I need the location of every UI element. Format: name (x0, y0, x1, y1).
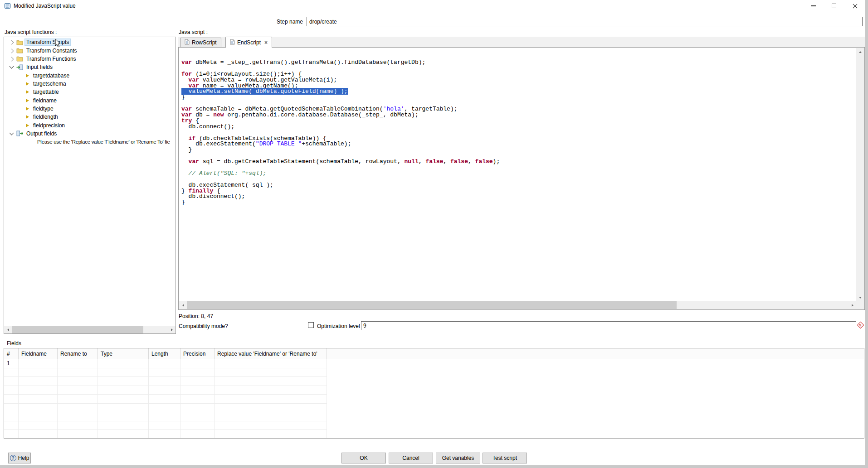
tree-item-output-fields[interactable]: Output fields (4, 130, 176, 138)
tree-item-targettable[interactable]: targettable (4, 88, 176, 96)
editor-vscrollbar[interactable] (856, 48, 864, 301)
maximize-button[interactable] (824, 0, 844, 12)
input-fields-icon (16, 64, 23, 70)
chevron-right-icon[interactable] (10, 40, 14, 44)
output-fields-icon (16, 130, 23, 136)
tree-item-please-use-the-replace-value-f[interactable]: Please use the 'Replace value 'Fieldname… (4, 138, 176, 146)
scrollbar-corner (856, 301, 864, 309)
tree-item-label: targettable (32, 89, 60, 95)
compatibility-checkbox[interactable] (308, 322, 314, 328)
folder-icon (16, 48, 23, 53)
tab-label: EndScript (237, 39, 261, 46)
table-row[interactable]: 1 (4, 359, 327, 368)
column-header-0[interactable]: # (4, 348, 19, 359)
tree-hscrollbar-thumb[interactable] (12, 326, 143, 333)
column-header-3[interactable]: Type (98, 348, 149, 359)
code-line[interactable]: var db = new org.pentaho.di.core.databas… (181, 112, 856, 118)
table-row[interactable] (4, 430, 327, 439)
functions-tree[interactable]: Transform ScriptsTransform ConstantsTran… (4, 37, 176, 334)
compatibility-label: Compatibility mode? (179, 323, 228, 329)
folder-icon (16, 39, 23, 45)
column-header-6[interactable]: Replace value 'Fieldname' or 'Rename to' (215, 348, 327, 359)
code-line[interactable]: try { (181, 118, 856, 124)
code-line[interactable]: // Alert("SQL: "+sql); (181, 171, 856, 177)
tree-item-label: fieldname (32, 97, 58, 104)
script-icon (230, 39, 235, 46)
code-line[interactable]: var sql = db.getCreateTableStatement(sch… (181, 159, 856, 165)
tree-item-fieldprecision[interactable]: fieldprecision (4, 121, 176, 129)
code-editor-text[interactable]: var dbMeta = _step_.getTrans().getTransM… (179, 48, 856, 301)
scroll-left-icon[interactable] (179, 301, 187, 309)
code-line[interactable] (181, 165, 856, 171)
optimization-input[interactable] (361, 321, 856, 330)
tree-item-label: fieldprecision (32, 122, 66, 129)
field-icon (26, 99, 29, 102)
tree-item-label: Transform Functions (25, 56, 78, 62)
column-header-1[interactable]: Fieldname (19, 348, 58, 359)
code-line[interactable]: } finally { (181, 188, 856, 194)
code-line[interactable]: valueMeta.setName( dbMeta.quoteField(nam… (181, 89, 856, 95)
code-line[interactable]: } (181, 147, 856, 153)
ok-button[interactable]: OK (341, 453, 386, 463)
cancel-button[interactable]: Cancel (389, 453, 433, 463)
tree-item-transform-functions[interactable]: Transform Functions (4, 55, 176, 63)
code-line[interactable]: var dbMeta = _step_.getTrans().getTransM… (181, 60, 856, 66)
column-header-2[interactable]: Rename to (58, 348, 98, 359)
scroll-down-icon[interactable] (856, 294, 864, 301)
chevron-right-icon[interactable] (10, 48, 14, 53)
tree-item-fieldtype[interactable]: fieldtype (4, 105, 176, 113)
minimize-button[interactable] (803, 0, 824, 12)
step-name-input[interactable] (307, 17, 863, 26)
table-row[interactable] (4, 368, 327, 377)
tree-item-input-fields[interactable]: Input fields (4, 63, 176, 71)
tree-item-targetdatabase[interactable]: targetdatabase (4, 71, 176, 79)
close-button[interactable] (844, 0, 865, 12)
table-row[interactable] (4, 404, 327, 413)
code-line[interactable]: db.connect(); (181, 124, 856, 130)
table-row[interactable] (4, 421, 327, 430)
table-row[interactable] (4, 386, 327, 395)
scroll-right-icon[interactable] (848, 301, 856, 309)
step-name-label: Step name (250, 19, 303, 25)
tree-item-label: Please use the 'Replace value 'Fieldname… (36, 139, 171, 145)
tree-hscrollbar[interactable] (4, 326, 176, 333)
column-header-4[interactable]: Length (149, 348, 180, 359)
code-line[interactable]: } (181, 200, 856, 206)
scroll-right-icon[interactable] (168, 326, 176, 333)
field-icon (26, 124, 29, 127)
field-icon (26, 74, 29, 77)
scroll-up-icon[interactable] (856, 48, 864, 56)
chevron-down-icon[interactable] (10, 131, 14, 136)
test-script-button[interactable]: Test script (483, 453, 527, 463)
get-variables-button[interactable]: Get variables (436, 453, 480, 463)
tree-item-fieldname[interactable]: fieldname (4, 96, 176, 104)
tree-item-targetschema[interactable]: targetschema (4, 80, 176, 88)
chevron-right-icon[interactable] (10, 57, 14, 61)
code-line[interactable]: db.execStatement( sql ); (181, 183, 856, 188)
code-line[interactable]: } (181, 95, 856, 101)
close-icon (852, 3, 858, 9)
code-line[interactable]: db.disconnect(); (181, 194, 856, 200)
tree-item-transform-constants[interactable]: Transform Constants (4, 46, 176, 54)
tree-item-label: targetdatabase (32, 72, 71, 79)
tree-item-transform-scripts[interactable]: Transform Scripts (4, 38, 176, 46)
tab-endscript[interactable]: EndScript × (225, 37, 272, 48)
fields-table: #FieldnameRename toTypeLengthPrecisionRe… (4, 348, 864, 439)
editor-hscrollbar[interactable] (179, 301, 856, 309)
fields-header: #FieldnameRename toTypeLengthPrecisionRe… (4, 348, 864, 359)
table-row[interactable] (4, 395, 327, 404)
editor-hscrollbar-thumb[interactable] (187, 301, 677, 309)
tab-rowscript[interactable]: RowScript (180, 38, 221, 47)
table-row[interactable] (4, 377, 327, 386)
code-line[interactable] (181, 177, 856, 183)
help-button[interactable]: ? Help (8, 453, 31, 463)
code-editor[interactable]: var dbMeta = _step_.getTrans().getTransM… (178, 47, 865, 310)
variable-icon: $ (857, 322, 864, 329)
table-row[interactable] (4, 412, 327, 421)
column-header-5[interactable]: Precision (180, 348, 215, 359)
chevron-down-icon[interactable] (10, 65, 14, 69)
tree-item-fieldlength[interactable]: fieldlength (4, 113, 176, 121)
scroll-left-icon[interactable] (4, 326, 12, 333)
code-line[interactable]: db.execStatement("DROP TABLE "+schemaTab… (181, 141, 856, 147)
tab-close-icon[interactable]: × (264, 39, 268, 46)
